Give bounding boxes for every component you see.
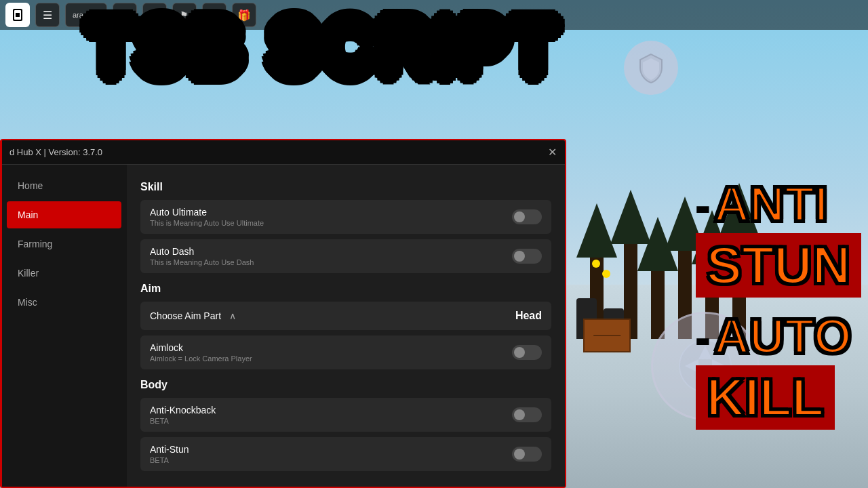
sidebar-item-home[interactable]: Home [7, 172, 121, 199]
roblox-logo[interactable] [5, 3, 30, 27]
feature-choose-aim-part[interactable]: Choose Aim Part ∧ Head [140, 302, 551, 330]
gui-titlebar: d Hub X | Version: 3.7.0 ✕ [1, 140, 565, 165]
svg-rect-7 [16, 13, 20, 17]
toggle-anti-knockback[interactable] [512, 407, 542, 422]
feature-anti-stun-info: Anti-Stun BETA [150, 444, 189, 464]
overlay-stun: STUN [696, 233, 861, 298]
feature-auto-dash-name: Auto Dash [150, 246, 254, 257]
feature-aimlock-info: Aimlock Aimlock = Lock Camera Player [150, 342, 252, 363]
gui-body: Home Main Farming Killer Misc Skill Auto… [1, 165, 565, 487]
crate [583, 319, 631, 352]
sidebar-item-killer[interactable]: Killer [7, 260, 121, 287]
sidebar-item-misc[interactable]: Misc [7, 289, 121, 316]
feature-auto-dash: Auto Dash This is Meaning Auto Use Dash [140, 239, 551, 273]
feature-anti-knockback: Anti-Knockback BETA [140, 398, 551, 432]
toggle-aimlock[interactable] [512, 345, 542, 360]
tree-3 [651, 271, 665, 339]
feature-aimlock-name: Aimlock [150, 342, 252, 353]
gui-close-button[interactable]: ✕ [548, 147, 557, 158]
feature-aimlock: Aimlock Aimlock = Lock Camera Player [140, 336, 551, 369]
section-aim-title: Aim [140, 283, 551, 295]
feature-anti-stun-desc: BETA [150, 456, 189, 464]
menu-icon: ☰ [43, 9, 52, 22]
feature-anti-knockback-name: Anti-Knockback [150, 405, 216, 415]
feature-anti-stun-name: Anti-Stun [150, 444, 189, 455]
feature-auto-ultimate-desc: This is Meaning Auto Use Ultimate [150, 219, 264, 227]
aim-value: Head [515, 310, 542, 322]
section-body-title: Body [140, 379, 551, 391]
sidebar-item-main[interactable]: Main [7, 201, 121, 228]
feature-auto-ultimate-name: Auto Ultimate [150, 207, 264, 218]
aim-label: Choose Aim Part [150, 310, 221, 321]
feature-auto-dash-info: Auto Dash This is Meaning Auto Use Dash [150, 246, 254, 266]
toggle-anti-stun[interactable] [512, 447, 542, 462]
feature-auto-dash-desc: This is Meaning Auto Use Dash [150, 258, 254, 266]
feature-auto-ultimate-info: Auto Ultimate This is Meaning Auto Use U… [150, 207, 264, 227]
aim-dropdown-left: Choose Aim Part ∧ [150, 310, 236, 321]
toggle-auto-dash[interactable] [512, 249, 542, 264]
shield-icon [624, 41, 678, 95]
menu-button[interactable]: ☰ [35, 3, 60, 27]
section-skill-title: Skill [140, 181, 551, 193]
overlay-anti: ANTI [714, 176, 828, 232]
dash-1: - [696, 181, 710, 231]
gui-content: Skill Auto Ultimate This is Meaning Auto… [127, 165, 565, 487]
coin-2 [592, 260, 600, 268]
feature-anti-stun: Anti-Stun BETA [140, 437, 551, 471]
dash-2: - [696, 313, 710, 363]
feature-anti-knockback-desc: BETA [150, 417, 216, 425]
feature-aimlock-desc: Aimlock = Lock Camera Player [150, 354, 252, 363]
overlay-kill: KILL [696, 365, 835, 430]
tsb-title: TSB SCRIPT [88, 7, 559, 81]
gui-title: d Hub X | Version: 3.7.0 [9, 147, 102, 157]
chevron-up-icon: ∧ [229, 310, 236, 321]
sidebar-item-farming[interactable]: Farming [7, 230, 121, 258]
gui-sidebar: Home Main Farming Killer Misc [1, 165, 127, 487]
feature-anti-knockback-info: Anti-Knockback BETA [150, 405, 216, 425]
toggle-auto-ultimate[interactable] [512, 209, 542, 224]
feature-auto-ultimate: Auto Ultimate This is Meaning Auto Use U… [140, 200, 551, 234]
coin-1 [602, 270, 610, 278]
gui-panel: d Hub X | Version: 3.7.0 ✕ Home Main Far… [0, 139, 566, 488]
right-overlay: - ANTI STUN - AUTO KILL [696, 176, 861, 430]
overlay-auto: AUTO [714, 308, 852, 364]
